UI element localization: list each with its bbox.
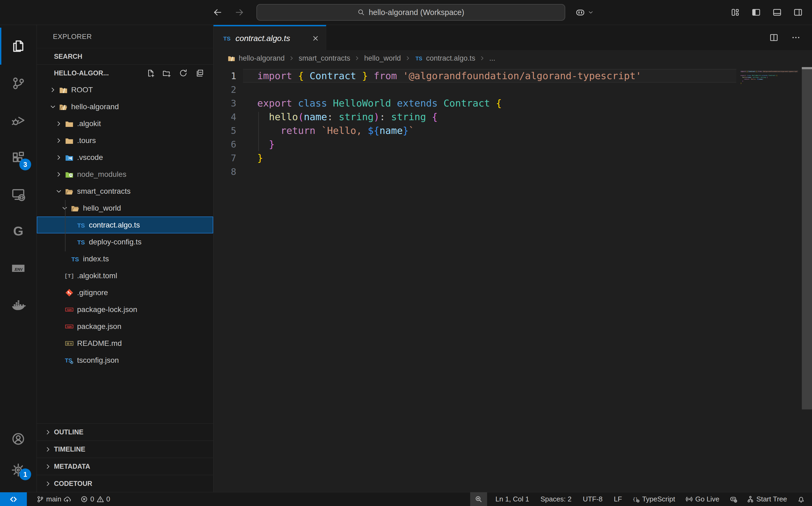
layout-sidebar-left-button[interactable] <box>751 7 761 17</box>
tree-item--algokit[interactable]: .algokit <box>37 115 213 132</box>
activity-item-run-debug[interactable] <box>0 102 36 139</box>
scrollbar[interactable] <box>802 69 812 409</box>
status-indentation[interactable]: Spaces: 2 <box>535 492 577 506</box>
breadcrumb-item-contract-algo-ts[interactable]: TScontract.algo.ts <box>415 54 475 63</box>
tree-item-label: index.ts <box>83 255 109 263</box>
line-number: 1 <box>214 71 243 81</box>
tree-item-package-json[interactable]: npmpackage.json <box>37 318 213 335</box>
breadcrumb-item-smart-contracts[interactable]: smart_contracts <box>299 54 350 63</box>
status-branch[interactable]: main <box>32 492 76 506</box>
tree-item-label: hello-algorand <box>71 102 119 111</box>
tree-item--vscode[interactable]: .vscode <box>37 149 213 166</box>
tree-item-deploy-config-ts[interactable]: TSdeploy-config.ts <box>37 233 213 250</box>
activity-item-accounts[interactable] <box>0 423 36 454</box>
close-icon[interactable] <box>311 34 319 43</box>
activity-item-remote-explorer[interactable] <box>0 176 36 213</box>
tree-item-smart-contracts[interactable]: smart_contracts <box>37 183 213 199</box>
git-icon <box>65 288 74 297</box>
tree-chevron <box>55 171 64 178</box>
minimap-token: name <box>759 78 762 80</box>
code-line-1: 1import { Contract } from '@algorandfoun… <box>214 69 812 83</box>
more-actions-icon[interactable] <box>195 32 203 40</box>
status-go-live[interactable]: Go Live <box>681 492 725 506</box>
status-eol[interactable]: LF <box>608 492 628 506</box>
minimap-token: ` <box>763 78 764 80</box>
tree-item-readme-md[interactable]: MREADME.md <box>37 335 213 352</box>
status-start-tree[interactable]: Start Tree <box>742 492 793 506</box>
code-token <box>490 98 496 109</box>
code-token <box>292 70 298 81</box>
layout-sidebar-left-icon <box>751 7 761 17</box>
tree-item-node-modules[interactable]: JSnode_modules <box>37 166 213 183</box>
status-notifications[interactable] <box>793 492 812 506</box>
activity-item-settings[interactable]: 1 <box>0 454 36 486</box>
refresh-button[interactable] <box>179 69 188 78</box>
tree-item-tsconfig-json[interactable]: TStsconfig.json <box>37 352 213 369</box>
activity-badge: 1 <box>19 469 31 480</box>
activity-item-algokit[interactable]: G <box>0 213 36 250</box>
scrollbar-cap <box>802 67 812 69</box>
svg-text:[T]: [T] <box>65 273 74 279</box>
section-outline[interactable]: OUTLINE <box>37 423 213 440</box>
activity-item-source-control[interactable] <box>0 65 36 102</box>
copilot-icon <box>575 7 585 17</box>
status-text: UTF-8 <box>582 495 604 503</box>
tree-item--algokit-toml[interactable]: [T].algokit.toml <box>37 267 213 284</box>
new-folder-button[interactable] <box>162 69 171 78</box>
line-number: 6 <box>214 139 243 150</box>
chevron-down-icon <box>55 187 63 195</box>
breadcrumb-item-hello-world[interactable]: hello_world <box>364 54 401 63</box>
more-button[interactable] <box>791 33 801 43</box>
minimap-token: string <box>753 76 758 78</box>
status-copilot-status[interactable] <box>725 492 742 506</box>
activity-item-explorer[interactable] <box>0 28 36 65</box>
tab-contract-algo-ts[interactable]: TS contract.algo.ts <box>214 25 326 50</box>
layout-panel-button[interactable] <box>772 7 782 17</box>
layout-sidebar-right-button[interactable] <box>793 7 803 17</box>
tree-item-contract-algo-ts[interactable]: TScontract.algo.ts <box>37 217 213 233</box>
collapse-all-button[interactable] <box>195 69 204 78</box>
back-button[interactable] <box>212 6 223 18</box>
section-metadata[interactable]: METADATA <box>37 458 213 475</box>
layout-customize-icon <box>730 7 740 17</box>
tree-item--gitignore[interactable]: .gitignore <box>37 284 213 301</box>
tree-item-package-lock-json[interactable]: npmpackage-lock.json <box>37 301 213 318</box>
tree-item-hello-world[interactable]: hello_world <box>37 199 213 217</box>
layout-customize-button[interactable] <box>730 7 740 17</box>
status-cursor-position[interactable]: Ln 1, Col 1 <box>490 492 535 506</box>
tree-item-hello-algorand[interactable]: hello-algorand <box>37 98 213 115</box>
split-editor-button[interactable] <box>769 33 779 43</box>
minimap[interactable]: import { Contract } from '@algorandfound… <box>741 71 798 86</box>
tree-item-index-ts[interactable]: TSindex.ts <box>37 250 213 267</box>
status-encoding[interactable]: UTF-8 <box>577 492 608 506</box>
section-workspace[interactable]: HELLO-ALGOR... <box>37 65 213 81</box>
section-search[interactable]: SEARCH <box>37 48 213 65</box>
activity-item-docker[interactable] <box>0 287 36 324</box>
source-control-icon <box>11 76 26 91</box>
code-token <box>315 125 321 136</box>
section-timeline[interactable]: TIMELINE <box>37 440 213 458</box>
breadcrumb-label: hello_world <box>364 54 401 63</box>
status-text: Start Tree <box>755 495 788 503</box>
forward-button[interactable] <box>234 6 245 18</box>
root-folder-icon <box>59 85 68 94</box>
command-center[interactable]: hello-algorand (Workspace) <box>256 4 565 21</box>
code-token: ) <box>374 111 380 122</box>
copilot-menu-button[interactable] <box>575 0 594 25</box>
status-language[interactable]: {}TypeScript <box>628 492 681 506</box>
status-remote[interactable] <box>0 492 27 506</box>
new-file-button[interactable] <box>146 69 155 78</box>
section-codetour[interactable]: CODETOUR <box>37 475 213 492</box>
activity-item-extensions[interactable]: 3 <box>0 139 36 176</box>
activity-item-dotenv[interactable]: .ENV <box>0 250 36 287</box>
code-editor[interactable]: 1import { Contract } from '@algorandfoun… <box>214 66 812 492</box>
status-problems[interactable]: 00 <box>76 492 116 506</box>
breadcrumb-item-hello-algorand[interactable]: hello-algorand <box>227 54 285 63</box>
code-token <box>356 70 362 81</box>
breadcrumb-item--[interactable]: ... <box>489 54 496 63</box>
tree-item-root[interactable]: ROOT <box>37 81 213 98</box>
folder-icon <box>65 119 74 128</box>
line-number: 5 <box>214 125 243 136</box>
tree-item--tours[interactable]: .tours <box>37 132 213 149</box>
status-zoom[interactable] <box>470 492 487 506</box>
